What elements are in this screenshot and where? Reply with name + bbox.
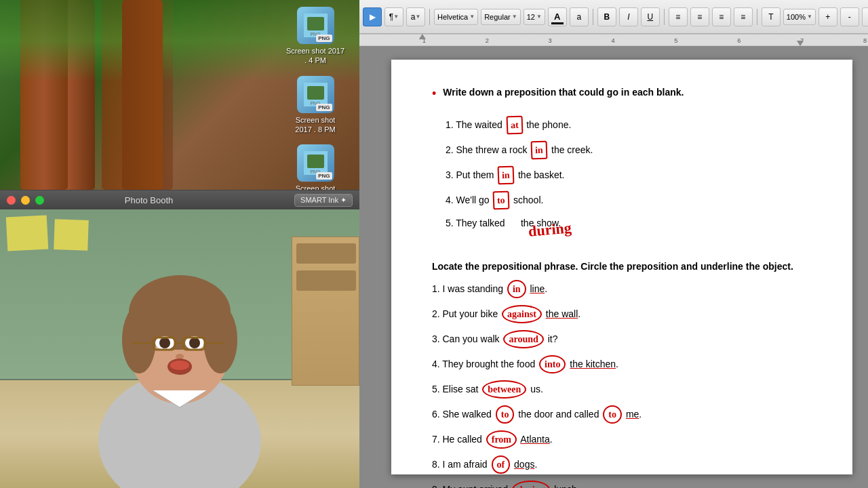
paragraph-style-dropdown[interactable]: ¶ ▼ <box>384 7 403 26</box>
desktop-icons: PNG PNG Screen shot 2017 . 4 PM PNG PNG … <box>285 7 346 190</box>
svg-text:2: 2 <box>486 37 489 44</box>
svg-text:8: 8 <box>863 37 867 44</box>
desktop-background: PNG PNG Screen shot 2017 . 4 PM PNG PNG … <box>0 0 359 190</box>
s2-num-5: 5. Elise sat <box>432 382 481 396</box>
s2-rest-5: us. <box>528 382 543 396</box>
circle-to-door: to <box>496 405 515 424</box>
size-dropdown[interactable]: 12 ▼ <box>524 9 545 25</box>
align-right-btn[interactable]: ≡ <box>712 7 731 26</box>
svg-text:3: 3 <box>549 37 552 44</box>
zoom-out-btn[interactable]: - <box>840 7 859 26</box>
document-area: • Write down a preposition that could go… <box>359 46 868 488</box>
section2-instruction: Locate the prepositional phrase. Circle … <box>432 261 812 272</box>
underline-button[interactable]: U <box>641 7 660 26</box>
svg-rect-1 <box>307 17 324 30</box>
annotation-to: to <box>493 191 510 210</box>
item-number-4: 4. We'll go <box>446 193 492 207</box>
screenshot-thumbnail-3: PNG PNG <box>297 144 334 182</box>
exercise-item-5: 5. They talked the show. during <box>446 216 812 241</box>
view-btn[interactable]: ⊞ <box>862 7 868 26</box>
play-button[interactable]: ▶ <box>363 7 382 26</box>
circle-in-line: in <box>507 280 526 298</box>
section-bullet: • <box>432 87 436 101</box>
section1-instruction: Write down a preposition that could go i… <box>443 87 684 98</box>
desktop-icon-2[interactable]: PNG PNG Screen shot2017 . 8 PM <box>285 76 346 135</box>
screenshot-thumbnail-1: PNG PNG <box>297 7 334 44</box>
annotation-at: at <box>506 116 523 135</box>
font-dropdown[interactable]: Helvetica ▼ <box>434 9 478 25</box>
bold-button[interactable]: B <box>597 7 616 26</box>
left-panel: PNG PNG Screen shot 2017 . 4 PM PNG PNG … <box>0 0 359 488</box>
circle-of: of <box>492 455 511 474</box>
circle-around: around <box>503 330 543 348</box>
circle-during: during <box>512 481 550 488</box>
icon-label-3: Screen shot2017 . 1 PM <box>295 184 335 190</box>
exercise-item-1: 1. The waited at the phone. <box>446 116 812 134</box>
svg-point-14 <box>203 306 237 373</box>
s2-rest-8: dogs. <box>511 458 537 472</box>
zoom-in-btn[interactable]: + <box>818 7 837 26</box>
document-toolbar: ▶ ¶ ▼ a ▼ Helvetica ▼ Regular ▼ 12 ▼ A a… <box>359 0 868 34</box>
svg-rect-7 <box>307 155 324 168</box>
separator-1 <box>429 9 430 25</box>
s2-num-1: 1. I was standing <box>432 282 506 296</box>
item-text-4: school. <box>511 193 543 207</box>
png-badge-1: PNG <box>316 35 332 42</box>
s2-num-6: 6. She walked <box>432 407 494 422</box>
style-dropdown-a[interactable]: a ▼ <box>406 7 425 26</box>
desktop-icon-3[interactable]: PNG PNG Screen shot2017 . 1 PM <box>285 144 346 190</box>
separator-2 <box>593 9 593 25</box>
s2-rest-1: line. <box>528 282 548 296</box>
svg-text:5: 5 <box>674 37 677 44</box>
font-name: Helvetica <box>437 13 468 21</box>
item-number-1: 1. The waited <box>446 118 505 132</box>
circle-into: into <box>539 355 566 373</box>
png-badge-3: PNG <box>316 172 332 180</box>
align-center-btn[interactable]: ≡ <box>690 7 709 26</box>
webcam-view <box>0 209 359 488</box>
svg-point-18 <box>189 338 200 348</box>
svg-text:6: 6 <box>737 37 741 44</box>
font-color-btn[interactable]: A <box>548 7 567 26</box>
svg-point-17 <box>159 338 170 348</box>
s2-rest-6a: the door and called <box>515 407 601 422</box>
smart-ink-button[interactable]: SMART Ink ✦ <box>294 194 353 207</box>
section2-item-9: 9. My aunt arrived during lunch. <box>432 481 812 488</box>
section2-item-6: 6. She walked to the door and called to … <box>432 405 812 424</box>
photo-booth-window: Photo Booth SMART Ink ✦ <box>0 190 359 488</box>
s2-rest-9: lunch. <box>551 483 579 488</box>
s2-rest-6b: me. <box>623 407 642 422</box>
style-dropdown-arrow: ▼ <box>512 14 517 20</box>
section2-item-8: 8. I am afraid of dogs. <box>432 455 812 474</box>
s2-num-8: 8. I am afraid <box>432 458 490 472</box>
item-text-1: the phone. <box>524 118 571 132</box>
window-title: Photo Booth <box>9 195 289 205</box>
italic-button[interactable]: I <box>619 7 638 26</box>
align-left-btn[interactable]: ≡ <box>669 7 688 26</box>
section2-item-7: 7. He called from Atlanta. <box>432 430 812 449</box>
zoom-dropdown[interactable]: 100% ▼ <box>783 9 816 25</box>
section2-item-2: 2. Put your bike against the wall. <box>432 305 812 323</box>
s2-num-4: 4. They brought the food <box>432 357 538 371</box>
circle-against: against <box>502 305 542 323</box>
color-bar <box>551 22 564 24</box>
style-dropdown[interactable]: Regular ▼ <box>481 9 520 25</box>
circle-between: between <box>482 380 526 399</box>
size-dropdown-arrow: ▼ <box>536 14 542 20</box>
photo-booth-titlebar: Photo Booth SMART Ink ✦ <box>0 190 359 209</box>
s2-num-2: 2. Put your bike <box>432 307 500 321</box>
circle-to-me: to <box>603 405 622 424</box>
icon-label-1: Screen shot 2017 . 4 PM <box>285 46 346 66</box>
exercise-item-4: 4. We'll go to school. <box>446 191 812 209</box>
s2-rest-3: it? <box>545 332 558 346</box>
font-color-icon: A <box>554 12 560 22</box>
justify-btn[interactable]: ≡ <box>734 7 753 26</box>
section-1: • Write down a preposition that could go… <box>432 87 812 241</box>
section-2: Locate the prepositional phrase. Circle … <box>432 261 812 488</box>
s2-num-9: 9. My aunt arrived <box>432 483 511 488</box>
s2-num-3: 3. Can you walk <box>432 332 502 346</box>
indent-btn[interactable]: T <box>762 7 781 26</box>
font-color-a-btn[interactable]: a <box>570 7 589 26</box>
desktop-icon-1[interactable]: PNG PNG Screen shot 2017 . 4 PM <box>285 7 346 66</box>
annotation-in-creek: in <box>531 141 548 160</box>
